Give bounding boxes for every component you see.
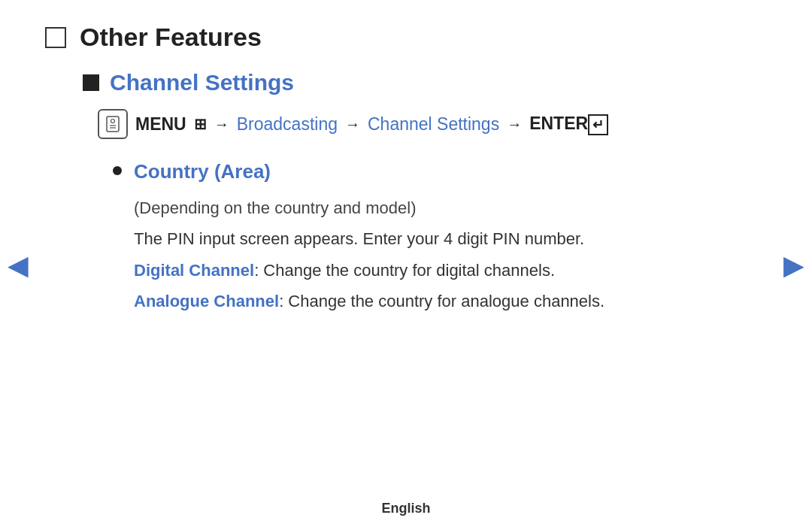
- menu-remote-icon: [98, 109, 128, 139]
- broadcasting-link: Broadcasting: [237, 114, 338, 135]
- section-header: Other Features: [45, 23, 752, 52]
- desc-digital: Digital Channel: Change the country for …: [134, 256, 752, 284]
- section-title: Other Features: [80, 23, 262, 52]
- subsection: Channel Settings MENU ⊞ → Broadcasting →…: [83, 70, 752, 316]
- checkbox-icon: [45, 27, 66, 48]
- menu-path: MENU ⊞ → Broadcasting → Channel Settings…: [98, 109, 752, 139]
- digital-channel-rest: : Change the country for digital channel…: [254, 261, 555, 280]
- nav-left-arrow[interactable]: ◀: [8, 250, 29, 281]
- digital-channel-link: Digital Channel: [134, 261, 254, 280]
- analogue-channel-link: Analogue Channel: [134, 292, 279, 310]
- channel-settings-link: Channel Settings: [368, 114, 499, 135]
- analogue-channel-rest: : Change the country for analogue channe…: [279, 292, 604, 310]
- arrow-3: →: [507, 116, 522, 133]
- bullet-item: Country (Area): [113, 160, 752, 183]
- arrow-2: →: [345, 116, 360, 133]
- arrow-1: →: [214, 116, 229, 133]
- description-block: (Depending on the country and model) The…: [134, 194, 752, 316]
- menu-suffix: ⊞: [194, 115, 207, 133]
- desc-analogue: Analogue Channel: Change the country for…: [134, 287, 752, 315]
- filled-square-icon: [83, 74, 99, 91]
- subsection-title: Channel Settings: [110, 70, 294, 95]
- content-area: Country (Area) (Depending on the country…: [113, 160, 752, 316]
- nav-right-arrow[interactable]: ▶: [783, 250, 804, 281]
- svg-point-1: [111, 120, 115, 123]
- enter-label: ENTER↵: [529, 114, 608, 135]
- footer-text: English: [381, 501, 430, 516]
- enter-icon: ↵: [588, 114, 608, 135]
- menu-label: MENU: [135, 114, 186, 135]
- bullet-label: Country (Area): [134, 160, 271, 183]
- desc-note: (Depending on the country and model): [134, 194, 752, 222]
- subsection-header: Channel Settings: [83, 70, 752, 95]
- page-container: Other Features Channel Settings MENU ⊞ →…: [0, 0, 812, 530]
- bullet-dot: [113, 166, 122, 175]
- desc-pin: The PIN input screen appears. Enter your…: [134, 225, 752, 253]
